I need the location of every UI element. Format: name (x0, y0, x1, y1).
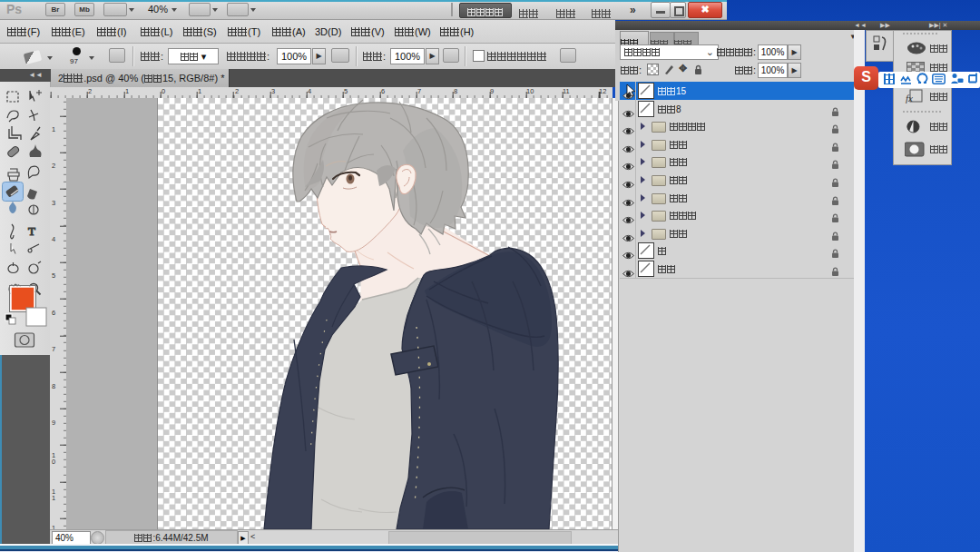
svg-text:T: T (28, 224, 35, 238)
svg-text:fx: fx (906, 93, 913, 104)
